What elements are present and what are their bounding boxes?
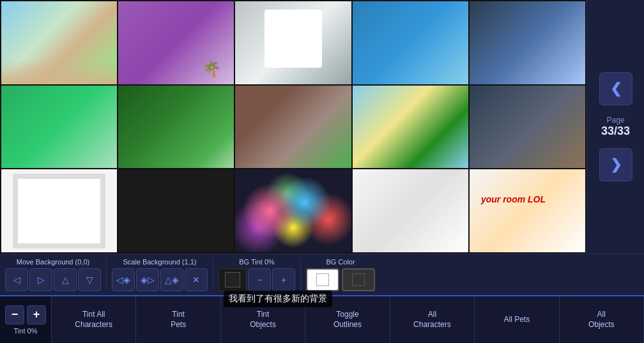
move-bg-label: Move Background (0,0) <box>17 258 89 266</box>
scale-v-down-button[interactable]: ✕ <box>185 268 208 291</box>
bg-cell-7[interactable] <box>118 86 234 169</box>
tint-minus-button[interactable]: − <box>248 268 271 291</box>
all-characters-button[interactable]: AllCharacters <box>390 296 475 343</box>
move-bg-group: Move Background (0,0) ◁ ▷ △ ▽ <box>5 258 101 291</box>
page-info: Page 33/33 <box>601 116 630 138</box>
tint-plus-button[interactable]: + <box>272 268 295 291</box>
tint-pets-label: TintPets <box>171 310 186 330</box>
tint-controls: − + <box>5 305 46 324</box>
right-panel: ❮ Page 33/33 ❯ <box>586 0 644 254</box>
bg-cell-5[interactable] <box>470 1 585 84</box>
all-objects-label: AllObjects <box>588 310 615 330</box>
scale-bg-group: Scale Background (1,1) ◁◈ ◈▷ △◈ ✕ <box>112 258 208 291</box>
move-right-button[interactable]: ▷ <box>29 268 52 291</box>
bg-cell-14[interactable] <box>353 169 468 252</box>
tint-pets-button[interactable]: TintPets <box>136 296 220 343</box>
prev-page-button[interactable]: ❮ <box>599 72 632 105</box>
bg-color-label: BG Color <box>326 258 355 266</box>
divider-2 <box>213 259 213 291</box>
move-left-button[interactable]: ◁ <box>5 268 28 291</box>
bg-tint-group: BG Tint 0% − + <box>218 258 295 291</box>
page-number: 33/33 <box>601 125 630 138</box>
all-pets-label: All Pets <box>503 315 530 325</box>
scale-bg-buttons: ◁◈ ◈▷ △◈ ✕ <box>112 268 208 291</box>
top-area: ❮ Page 33/33 ❯ <box>0 0 644 254</box>
scale-h-right-button[interactable]: ◈▷ <box>136 268 159 291</box>
bg-tint-buttons: − + <box>218 268 295 291</box>
bottom-toolbar: − + Tint 0% Tint AllCharacters TintPets … <box>0 295 644 343</box>
tint-all-characters-label: Tint AllCharacters <box>75 310 112 330</box>
all-characters-label: AllCharacters <box>413 310 451 330</box>
main-container: ❮ Page 33/33 ❯ Move Background (0,0) ◁ ▷… <box>0 0 644 343</box>
bg-color-buttons <box>306 268 375 291</box>
bg-cell-6[interactable] <box>1 86 117 169</box>
scale-h-left-button[interactable]: ◁◈ <box>112 268 135 291</box>
tint-objects-label: TintObjects <box>250 310 276 330</box>
next-icon: ❯ <box>610 156 622 173</box>
controls-row: Move Background (0,0) ◁ ▷ △ ▽ Scale Back… <box>0 254 644 295</box>
divider-1 <box>106 259 107 291</box>
bg-color-dark-button[interactable] <box>342 268 375 291</box>
all-pets-button[interactable]: All Pets <box>475 296 559 343</box>
bg-tint-label: BG Tint 0% <box>239 258 275 266</box>
toggle-outlines-label: ToggleOutlines <box>334 310 362 330</box>
move-bg-buttons: ◁ ▷ △ ▽ <box>5 268 101 291</box>
bg-cell-11[interactable] <box>1 169 117 252</box>
move-down-button[interactable]: ▽ <box>78 268 101 291</box>
tint-all-characters-button[interactable]: Tint AllCharacters <box>52 296 136 343</box>
scale-bg-label: Scale Background (1,1) <box>123 258 197 266</box>
bg-cell-13[interactable] <box>235 169 351 252</box>
bg-cell-3[interactable] <box>235 1 351 84</box>
scale-v-up-button[interactable]: △◈ <box>160 268 183 291</box>
bg-cell-4[interactable] <box>353 1 468 84</box>
tint-swatch-button[interactable] <box>218 268 247 291</box>
next-page-button[interactable]: ❯ <box>599 148 632 181</box>
bg-cell-12[interactable] <box>118 169 234 252</box>
toggle-outlines-button[interactable]: ToggleOutlines <box>305 296 390 343</box>
move-up-button[interactable]: △ <box>54 268 77 291</box>
bg-cell-9[interactable] <box>353 86 468 169</box>
prev-icon: ❮ <box>610 80 622 97</box>
divider-3 <box>300 259 301 291</box>
bg-color-group: BG Color <box>306 258 375 291</box>
tint-section: − + Tint 0% <box>0 296 52 343</box>
tint-objects-button[interactable]: TintObjects <box>221 296 305 343</box>
all-objects-button[interactable]: AllObjects <box>560 296 644 343</box>
tint-decrease-button[interactable]: − <box>5 305 24 324</box>
background-grid <box>0 0 586 254</box>
bg-cell-2[interactable] <box>118 1 234 84</box>
bg-cell-8[interactable] <box>235 86 351 169</box>
bg-cell-10[interactable] <box>470 86 585 169</box>
tint-increase-button[interactable]: + <box>27 305 46 324</box>
bg-color-white-button[interactable] <box>306 268 339 291</box>
bg-cell-15[interactable] <box>470 169 585 252</box>
bg-cell-1[interactable] <box>1 1 117 84</box>
page-label: Page <box>601 116 630 125</box>
tint-percent-label: Tint 0% <box>14 327 38 335</box>
